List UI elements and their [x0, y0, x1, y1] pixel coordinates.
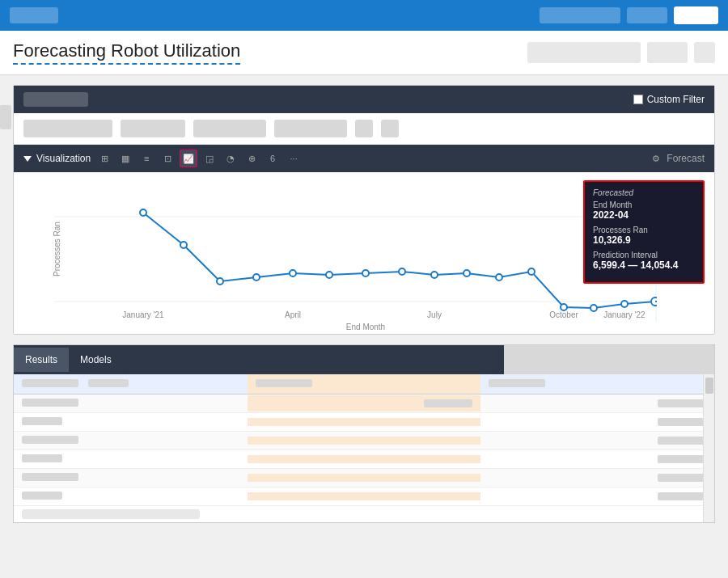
table-row	[14, 394, 714, 413]
viz-icon-pie[interactable]: ◔	[222, 150, 239, 167]
header-btn2[interactable]	[694, 42, 715, 63]
dot-7	[362, 270, 369, 276]
y-axis-label: Processes Ran	[53, 221, 61, 276]
td-pill	[658, 474, 706, 482]
toolbar-pill1[interactable]	[23, 120, 112, 137]
filter-label: Custom Filter	[647, 94, 705, 105]
th-col3	[480, 374, 714, 394]
td-col2-r6	[248, 492, 481, 500]
td-pill	[658, 437, 706, 445]
td-pill	[22, 436, 78, 444]
viz-icon-scatter[interactable]: ⊡	[159, 150, 176, 167]
main-content: Custom Filter Visualization ⊞ ▦ ≡ ⊡	[0, 75, 728, 533]
side-square	[0, 105, 11, 129]
main-card: Custom Filter Visualization ⊞ ▦ ≡ ⊡	[13, 85, 715, 335]
tooltip-processes-value: 10,326.9	[593, 234, 695, 246]
viz-right: ⚙ Forecast	[652, 153, 705, 164]
table-header	[14, 374, 714, 394]
viz-icon-more[interactable]: ···	[285, 150, 303, 167]
table-row	[14, 450, 714, 469]
th-pill3	[256, 379, 312, 387]
dot-10	[463, 270, 470, 276]
dot-8	[399, 268, 405, 275]
scroll-bar[interactable]	[22, 509, 200, 519]
viz-icon-globe[interactable]: ⊕	[243, 150, 260, 167]
chart-svg: Processes Ran 50,000 0	[50, 176, 657, 330]
tooltip-end-month-value: 2022-04	[593, 209, 695, 221]
custom-filter[interactable]: Custom Filter	[633, 94, 705, 105]
dot-13	[561, 304, 567, 310]
viz-icon-6[interactable]: 6	[264, 150, 281, 167]
forecast-label: Forecast	[667, 153, 705, 164]
viz-title: Visualization ⊞ ▦ ≡ ⊡ 📈 ◲ ◔ ⊕ 6 ···	[23, 150, 303, 167]
td-col3-r2	[480, 414, 714, 430]
scrollbar-thumb[interactable]	[705, 378, 713, 394]
x-tick-apr: April	[285, 310, 301, 319]
table-row	[14, 413, 714, 432]
td-pill	[424, 399, 472, 407]
td-pill	[658, 455, 706, 463]
dot-9	[431, 272, 438, 278]
td-pill	[22, 473, 78, 481]
toolbar-select[interactable]	[121, 120, 185, 137]
td-col1-r3	[14, 432, 248, 449]
tab-models[interactable]: Models	[69, 348, 123, 372]
td-col1-r4	[14, 450, 248, 468]
tooltip-end-month-field: End Month	[593, 200, 695, 209]
td-col3-r4	[480, 451, 714, 467]
viz-icon-bar[interactable]: ▦	[116, 150, 134, 167]
viz-icon-line[interactable]: 📈	[180, 150, 197, 167]
td-col2-r1	[248, 395, 481, 411]
tab-results[interactable]: Results	[14, 348, 69, 372]
chart-area: Forecasted End Month 2022-04 Processes R…	[14, 172, 714, 334]
td-col2-r4	[248, 455, 481, 463]
td-col3-r3	[480, 432, 714, 449]
th-pill4	[489, 379, 545, 387]
header-right	[527, 42, 715, 63]
header-input[interactable]	[527, 42, 641, 63]
td-col3-r1	[480, 395, 714, 411]
dot-12	[528, 268, 535, 275]
x-tick-jan21: January '21	[122, 310, 164, 319]
page-header: Forecasting Robot Utilization	[0, 31, 728, 75]
th-pill1	[22, 379, 78, 387]
td-col1-r2	[14, 413, 248, 431]
viz-icon-list[interactable]: ≡	[138, 150, 155, 167]
viz-triangle-icon	[23, 156, 32, 162]
toolbar-row	[14, 113, 714, 145]
toolbar-pill2[interactable]	[193, 120, 266, 137]
tooltip-processes-field: Processes Ran	[593, 226, 695, 234]
header-btn1[interactable]	[647, 42, 688, 63]
th-col1	[14, 374, 248, 394]
page-title: Forecasting Robot Utilization	[13, 40, 240, 65]
bottom-card: Results Models	[13, 344, 715, 523]
nav-pill-action[interactable]	[674, 6, 718, 24]
th-pill2	[88, 379, 129, 387]
td-col1-r1	[14, 394, 248, 412]
dot-5	[290, 270, 296, 276]
viz-label: Visualization	[36, 153, 91, 164]
dot-6	[326, 272, 332, 278]
viz-icon-area[interactable]: ◲	[201, 150, 218, 167]
viz-icon-grid[interactable]: ⊞	[95, 150, 113, 167]
toolbar-btn1[interactable]	[355, 120, 373, 137]
tooltip-label: Forecasted	[593, 188, 695, 197]
nav-pill-menu1[interactable]	[627, 7, 667, 23]
table-row	[14, 487, 714, 506]
td-col2-r3	[248, 437, 481, 445]
filter-checkbox[interactable]	[633, 95, 643, 104]
solid-line	[143, 213, 655, 308]
nav-pill-left[interactable]	[10, 7, 58, 23]
tooltip-interval-value: 6,599.4 — 14,054.4	[593, 259, 695, 271]
toolbar-btn2[interactable]	[381, 120, 399, 137]
tooltip-interval: Prediction Interval 6,599.4 — 14,054.4	[593, 251, 695, 271]
tab-right-area	[504, 345, 714, 374]
tooltip-interval-field: Prediction Interval	[593, 251, 695, 259]
dot-3	[217, 278, 223, 285]
nav-left	[10, 7, 58, 23]
nav-pill-search[interactable]	[540, 7, 620, 23]
scrollbar-track[interactable]	[703, 374, 714, 522]
toolbar-pill3[interactable]	[274, 120, 347, 137]
dot-14	[590, 305, 597, 311]
td-pill	[22, 399, 78, 407]
